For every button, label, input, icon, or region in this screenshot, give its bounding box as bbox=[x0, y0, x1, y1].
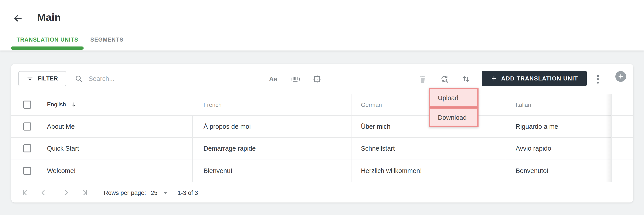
column-divider bbox=[505, 94, 505, 182]
row-checkbox[interactable] bbox=[23, 122, 31, 130]
column-divider bbox=[611, 94, 612, 182]
translation-units-card: FILTER Aa ADD TRANSLATIO bbox=[11, 64, 633, 202]
previous-page-button[interactable] bbox=[39, 189, 48, 197]
import-export-menu: Upload Download bbox=[429, 88, 478, 127]
add-button-label: ADD TRANSLATION UNIT bbox=[501, 75, 578, 82]
filter-button-label: FILTER bbox=[38, 76, 58, 82]
first-page-button[interactable] bbox=[22, 189, 30, 197]
tab-segments[interactable]: SEGMENTS bbox=[90, 37, 124, 43]
rows-per-page-select[interactable]: 25 bbox=[151, 190, 167, 196]
trash-icon[interactable] bbox=[418, 74, 428, 84]
add-translation-unit-button[interactable]: ADD TRANSLATION UNIT bbox=[482, 70, 587, 86]
cell-english[interactable]: Welcome! bbox=[47, 167, 76, 174]
cell-german[interactable]: Herzlich willkommen! bbox=[361, 167, 422, 174]
import-export-icon[interactable] bbox=[461, 74, 471, 84]
cell-italian[interactable]: Riguardo a me bbox=[516, 123, 558, 130]
column-header-english[interactable]: English bbox=[47, 101, 77, 108]
row-divider bbox=[11, 137, 633, 138]
pagination-range: 1-3 of 3 bbox=[178, 190, 198, 196]
focus-frame-icon[interactable] bbox=[312, 74, 322, 84]
match-case-icon[interactable]: Aa bbox=[268, 74, 278, 84]
last-page-button[interactable] bbox=[80, 189, 88, 197]
column-header-german: German bbox=[361, 102, 382, 108]
cell-italian[interactable]: Avvio rapido bbox=[516, 145, 551, 152]
cell-german[interactable]: Über mich bbox=[361, 123, 390, 130]
kebab-menu-icon[interactable] bbox=[595, 74, 601, 84]
filter-icon bbox=[26, 75, 34, 82]
cell-french[interactable]: Bienvenu! bbox=[204, 167, 232, 174]
cell-german[interactable]: Schnellstart bbox=[361, 145, 395, 152]
toolbar-divider bbox=[11, 94, 633, 94]
column-header-italian: Italian bbox=[516, 102, 531, 108]
sort-desc-icon bbox=[70, 101, 77, 108]
filter-button[interactable]: FILTER bbox=[18, 71, 66, 86]
cell-french[interactable]: Démarrage rapide bbox=[204, 145, 256, 152]
page-title: Main bbox=[37, 12, 61, 24]
row-divider bbox=[11, 182, 633, 182]
menu-item-upload[interactable]: Upload bbox=[429, 88, 478, 108]
column-header-label: English bbox=[47, 101, 66, 108]
first-page-icon bbox=[22, 189, 30, 197]
column-header-french: French bbox=[204, 102, 222, 108]
menu-item-download[interactable]: Download bbox=[429, 108, 478, 127]
active-tab-indicator bbox=[11, 46, 84, 50]
cell-english[interactable]: About Me bbox=[47, 123, 75, 130]
chevron-left-icon bbox=[39, 189, 48, 197]
barcode-icon[interactable] bbox=[290, 74, 300, 84]
chevron-down-icon bbox=[164, 192, 167, 194]
translation-editor-page: Main TRANSLATION UNITS SEGMENTS FILTER A… bbox=[0, 0, 644, 215]
cell-english[interactable]: Quick Start bbox=[47, 145, 79, 152]
row-checkbox[interactable] bbox=[23, 144, 31, 152]
select-all-checkbox[interactable] bbox=[23, 100, 31, 108]
last-page-icon bbox=[80, 189, 88, 197]
tab-translation-units[interactable]: TRANSLATION UNITS bbox=[16, 37, 78, 43]
cell-french[interactable]: À propos de moi bbox=[204, 123, 251, 130]
column-divider bbox=[352, 94, 352, 182]
search-input[interactable] bbox=[88, 75, 210, 83]
chevron-right-icon bbox=[62, 189, 70, 197]
back-button[interactable] bbox=[12, 12, 24, 24]
plus-icon bbox=[490, 75, 497, 82]
arrow-left-icon bbox=[13, 14, 23, 23]
next-page-button[interactable] bbox=[62, 189, 70, 197]
row-divider bbox=[11, 160, 633, 160]
app-header: Main TRANSLATION UNITS SEGMENTS bbox=[0, 0, 644, 50]
cell-italian[interactable]: Benvenuto! bbox=[516, 167, 548, 174]
rows-per-page-label: Rows per page: bbox=[104, 190, 146, 196]
row-checkbox[interactable] bbox=[23, 167, 31, 175]
add-circle-icon[interactable] bbox=[616, 71, 626, 82]
find-replace-icon[interactable] bbox=[440, 74, 450, 84]
column-divider bbox=[192, 116, 193, 182]
search-box bbox=[75, 71, 218, 86]
rows-per-page-value: 25 bbox=[151, 190, 158, 196]
search-icon bbox=[75, 75, 83, 83]
pinned-column-shadow bbox=[606, 94, 611, 182]
header-row-divider bbox=[11, 115, 633, 116]
